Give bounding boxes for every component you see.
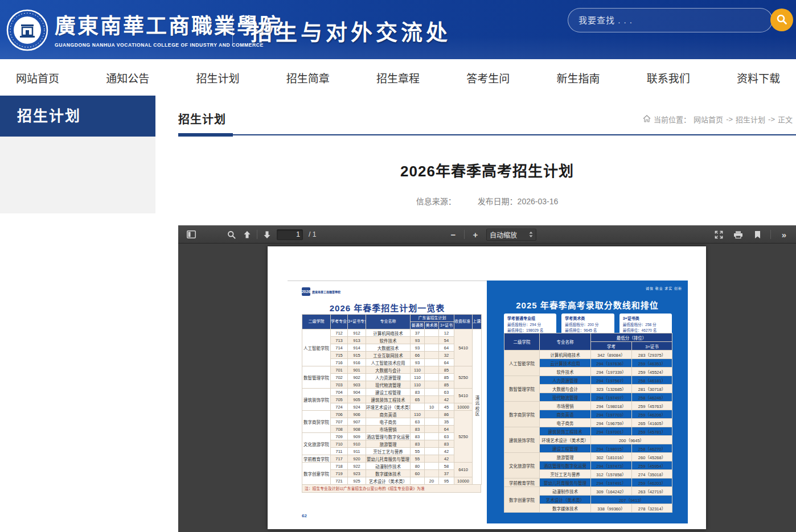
- breadcrumb-plan-link[interactable]: 招生计划: [736, 114, 765, 125]
- plan-fee-cell: 10000: [454, 477, 473, 485]
- plan-cell: 大数据与会计: [366, 366, 411, 374]
- page-number-input[interactable]: [277, 229, 303, 240]
- score-row: 数字创意学院动漫制作技术309（164242）263（42719）: [504, 487, 672, 496]
- main-nav: 网站首页通知公告招生计划招生简章招生章程答考生问新生指南联系我们资料下载: [0, 59, 796, 96]
- nav-item-2[interactable]: 招生计划: [196, 70, 239, 85]
- score-header-row: 二级学院专业名称最低分（排位）: [504, 333, 672, 342]
- nav-item-5[interactable]: 答考生问: [466, 70, 510, 85]
- nav-item-8[interactable]: 资料下载: [737, 70, 780, 85]
- print-icon[interactable]: [732, 228, 744, 241]
- zoom-in-icon[interactable]: +: [469, 228, 482, 241]
- plan-cell: 110: [411, 381, 425, 389]
- page-root: 廣東南華工商職業學院 GUANGDONG NANHUA VOCATIONAL C…: [0, 0, 796, 532]
- nav-item-1[interactable]: 通知公告: [106, 70, 149, 85]
- school-motto: 诚信 敬业 求实 创新: [646, 286, 682, 291]
- score-xuekao-cell: 294（196759）: [591, 419, 632, 427]
- plan-location-cell: 清远校区: [473, 329, 482, 485]
- plan-cell: 703: [331, 381, 348, 389]
- plan-cell: [425, 411, 439, 418]
- score-subpage: 诚信 敬业 求实 创新 2025 年春季高考录取分数线和排位 学考普通专业组最低…: [487, 281, 688, 523]
- plan-cell: 721: [331, 477, 348, 485]
- plan-cell: 904: [348, 389, 366, 396]
- score-xuekao-cell: 323（132685）: [591, 385, 632, 393]
- doc-logo-caption: 廣東南華工商職業學院: [312, 290, 340, 294]
- presentation-mode-icon[interactable]: [712, 228, 725, 241]
- pdf-viewer: / 1 − + 自动缩放: [178, 225, 796, 532]
- plan-college-cell: 文化旅游学院: [302, 433, 331, 455]
- nav-item-0[interactable]: 网站首页: [16, 70, 59, 85]
- plan-cell: 85: [439, 366, 454, 374]
- score-zhengshu-cell: 259（45954）: [632, 461, 672, 470]
- plan-fee-cell: 5250: [454, 411, 473, 463]
- plan-cell: 912: [348, 329, 366, 337]
- nav-item-7[interactable]: 联系我们: [647, 70, 690, 85]
- score-college-cell: 数字商贸学院: [504, 402, 540, 427]
- plan-row: 建筑装饰学院704904建设工程管理83635410: [302, 389, 482, 396]
- plan-location-text: 清远校区: [474, 395, 480, 417]
- score-row: 建筑装饰学院建筑装饰工程技术294（197001）259（45781）: [504, 427, 672, 436]
- score-xuekao-cell: 312（157858）: [591, 470, 632, 479]
- score-header-cell: 3+证书: [632, 342, 672, 350]
- plan-cell: 916: [348, 359, 366, 366]
- nav-item-4[interactable]: 招生章程: [376, 70, 420, 85]
- plan-cell: 923: [348, 470, 366, 477]
- plan-cell: 35: [439, 418, 454, 426]
- plan-cell: 83: [411, 389, 425, 396]
- sidebar-toggle-icon[interactable]: [185, 228, 198, 241]
- score-major-cell: 婴幼儿托育服务与管理: [540, 479, 591, 487]
- score-xuekao-cell: 294（197703）: [591, 410, 632, 419]
- plan-cell: [425, 448, 439, 455]
- plan-header-cell: 3+证书专业代码: [348, 315, 366, 329]
- plan-cell: 软件技术: [366, 337, 411, 344]
- plan-cell: 55: [411, 448, 425, 455]
- score-xuekao-cell: 309（164242）: [591, 487, 632, 496]
- plan-note: 注：招生专业及计划以广东省招生办公室公布的《招生专业目录》为准: [302, 485, 481, 493]
- doc-logo-icon: 2026 廣東南華工商職業學院: [302, 287, 340, 296]
- score-xuekao-cell: 294（198015）: [591, 444, 632, 453]
- plan-cell: 大数据技术: [366, 344, 411, 352]
- search-input[interactable]: [578, 9, 749, 32]
- nav-item-3[interactable]: 招生简章: [286, 70, 330, 85]
- plan-cell: 902: [348, 374, 366, 381]
- plan-cell: 动漫制作技术: [366, 463, 411, 470]
- breadcrumb-prefix: 当前位置：: [654, 114, 691, 125]
- plan-cell: 64: [439, 359, 454, 366]
- plan-cell: [425, 329, 439, 337]
- plan-cell: 85: [439, 374, 454, 381]
- page-down-icon[interactable]: [261, 228, 273, 241]
- breadcrumb-sep: ->: [726, 115, 733, 123]
- chip-title: 学考普通专业组: [507, 315, 553, 321]
- plan-header-row: 二级学院学考专业代码3+证书专业代码专业名称广东省招生计划收费标准（元/学年）上…: [302, 315, 482, 322]
- plan-row: 数智管理学院701901大数据与会计110855250: [302, 366, 482, 374]
- score-table-title: 2025 年春季高考录取分数线和排位: [487, 299, 688, 311]
- score-major-cell: 数字媒体技术: [540, 504, 591, 513]
- plan-cell: 901: [348, 366, 366, 374]
- score-header-cell: 二级学院: [504, 333, 540, 350]
- sidebar: 招生计划: [0, 96, 155, 213]
- bookmark-icon[interactable]: [751, 228, 764, 241]
- plan-cell: [411, 403, 425, 411]
- more-tools-icon[interactable]: »: [778, 228, 790, 241]
- zoom-out-icon[interactable]: −: [447, 228, 459, 241]
- sidebar-item-enrollment-plan[interactable]: 招生计划: [0, 96, 155, 137]
- nav-item-6[interactable]: 新生指南: [556, 70, 600, 85]
- plan-cell: 市场营销: [366, 426, 411, 433]
- plan-header-cell: 普通类: [411, 322, 425, 329]
- plan-cell: 63: [439, 433, 454, 440]
- plan-cell: 908: [348, 426, 366, 433]
- breadcrumb-home-link[interactable]: 网站首页: [694, 114, 723, 125]
- plan-college-cell: 人工智能学院: [302, 329, 331, 366]
- zoom-level-select[interactable]: 自动缩放: [486, 229, 536, 241]
- plan-cell: 42: [439, 448, 454, 455]
- plan-header-cell: 3+证书: [439, 322, 454, 329]
- score-college-cell: 学前教育学院: [504, 479, 540, 487]
- sidebar-panel: [0, 137, 155, 213]
- plan-fee-cell: 5410: [454, 329, 473, 366]
- score-summary-chips: 学考普通专业组最低投档分：294 分最低排位：198029 名学考美术类最低投档…: [504, 314, 672, 335]
- plan-cell: 914: [348, 344, 366, 352]
- search-button[interactable]: [770, 9, 793, 31]
- plan-cell: 705: [331, 396, 348, 403]
- find-icon[interactable]: [225, 228, 237, 241]
- plan-fee-cell: 6410: [454, 463, 473, 477]
- page-up-icon[interactable]: [241, 228, 253, 241]
